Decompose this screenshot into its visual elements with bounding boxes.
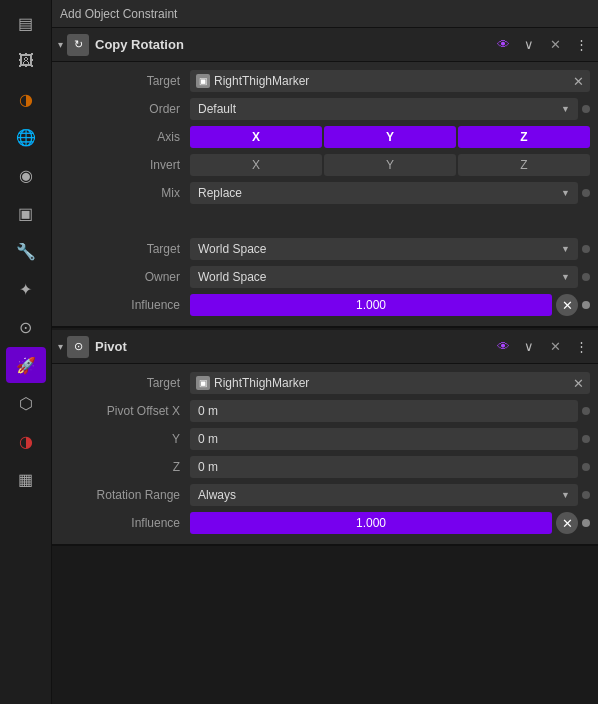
copy-rotation-visibility[interactable]: 👁: [492, 34, 514, 56]
copy-rotation-mix-dot: [582, 189, 590, 197]
copy-rotation-target-space-text: World Space: [198, 242, 266, 256]
copy-rotation-influence-reset[interactable]: ✕: [556, 294, 578, 316]
sidebar-item-object[interactable]: ▣: [6, 195, 46, 231]
sidebar-item-particles[interactable]: ✦: [6, 271, 46, 307]
pivot-visibility[interactable]: 👁: [492, 336, 514, 358]
copy-rotation-target-space-dropdown[interactable]: World Space ▼: [190, 238, 578, 260]
copy-rotation-influence-bar[interactable]: 1.000: [190, 294, 552, 316]
pivot-target-clear[interactable]: ✕: [573, 376, 584, 391]
sidebar: ▤ 🖼 ◑ 🌐 ◉ ▣ 🔧 ✦ ⊙ 🚀 ⬡ ◑ ▦: [0, 0, 52, 704]
copy-rotation-invert-y[interactable]: Y: [324, 154, 456, 176]
copy-rotation-influence-text: 1.000: [356, 298, 386, 312]
pivot-icon-glyph: ⊙: [74, 340, 83, 353]
copy-rotation-axis-x[interactable]: X: [190, 126, 322, 148]
pivot-offset-x-row: Pivot Offset X 0 m: [60, 398, 590, 424]
copy-rotation-order-arrow: ▼: [561, 104, 570, 114]
pivot-offset-y-label: Y: [60, 432, 190, 446]
copy-rotation-collapse[interactable]: ▾: [58, 39, 63, 50]
pivot-rotation-range-dropdown[interactable]: Always ▼: [190, 484, 578, 506]
copy-rotation-mix-row: Mix Replace ▼: [60, 180, 590, 206]
copy-rotation-target-name: RightThighMarker: [214, 74, 569, 88]
sidebar-item-material[interactable]: ◑: [6, 423, 46, 459]
pivot-offset-y-field[interactable]: 0 m: [190, 428, 578, 450]
copy-rotation-axis-z[interactable]: Z: [458, 126, 590, 148]
copy-rotation-owner-dot: [582, 273, 590, 281]
copy-rotation-icon-glyph: ↻: [74, 38, 83, 51]
copy-rotation-menu[interactable]: ⋮: [570, 34, 592, 56]
copy-rotation-influence-dot: [582, 301, 590, 309]
pivot-icon: ⊙: [67, 336, 89, 358]
sidebar-item-output[interactable]: 🖼: [6, 43, 46, 79]
pivot-offset-z-text: 0 m: [198, 460, 218, 474]
copy-rotation-target-space-label: Target: [60, 242, 190, 256]
copy-rotation-icon: ↻: [67, 34, 89, 56]
sidebar-item-scene[interactable]: 🌐: [6, 119, 46, 155]
pivot-offset-x-field[interactable]: 0 m: [190, 400, 578, 422]
pivot-target-name: RightThighMarker: [214, 376, 569, 390]
copy-rotation-axis-row: Axis X Y Z: [60, 124, 590, 150]
copy-rotation-order-dropdown[interactable]: Default ▼: [190, 98, 578, 120]
pivot-influence-bar[interactable]: 1.000: [190, 512, 552, 534]
copy-rotation-influence-row: Influence 1.000 ✕: [60, 292, 590, 318]
copy-rotation-actions: 👁 ∨ ✕ ⋮: [492, 34, 592, 56]
pivot-offset-y-row: Y 0 m: [60, 426, 590, 452]
pivot-offset-z-value: 0 m: [190, 456, 590, 478]
pivot-header: ▾ ⊙ Pivot 👁 ∨ ✕ ⋮: [52, 330, 598, 364]
copy-rotation-target-value: ▣ RightThighMarker ✕: [190, 70, 590, 92]
copy-rotation-target-clear[interactable]: ✕: [573, 74, 584, 89]
pivot-offset-z-dot: [582, 463, 590, 471]
top-bar: Add Object Constraint: [52, 0, 598, 28]
sidebar-item-physics[interactable]: ⊙: [6, 309, 46, 345]
copy-rotation-invert-z[interactable]: Z: [458, 154, 590, 176]
main-panel: Add Object Constraint ▾ ↻ Copy Rotation …: [52, 0, 598, 704]
pivot-close[interactable]: ✕: [544, 336, 566, 358]
copy-rotation-close[interactable]: ✕: [544, 34, 566, 56]
copy-rotation-props: Target ▣ RightThighMarker ✕ Order Defaul…: [52, 62, 598, 326]
sidebar-item-world[interactable]: ◉: [6, 157, 46, 193]
sidebar-item-viewlayer[interactable]: ◑: [6, 81, 46, 117]
pivot-expand[interactable]: ∨: [518, 336, 540, 358]
copy-rotation-mix-text: Replace: [198, 186, 242, 200]
pivot-collapse[interactable]: ▾: [58, 341, 63, 352]
pivot-menu[interactable]: ⋮: [570, 336, 592, 358]
pivot-target-icon: ▣: [196, 376, 210, 390]
pivot-rotation-range-text: Always: [198, 488, 236, 502]
pivot-offset-x-value: 0 m: [190, 400, 590, 422]
copy-rotation-influence-label: Influence: [60, 298, 190, 312]
copy-rotation-target-field[interactable]: ▣ RightThighMarker ✕: [190, 70, 590, 92]
pivot-props: Target ▣ RightThighMarker ✕ Pivot Offset…: [52, 364, 598, 544]
copy-rotation-axis-y[interactable]: Y: [324, 126, 456, 148]
copy-rotation-header: ▾ ↻ Copy Rotation 👁 ∨ ✕ ⋮: [52, 28, 598, 62]
copy-rotation-owner-label: Owner: [60, 270, 190, 284]
copy-rotation-mix-dropdown[interactable]: Replace ▼: [190, 182, 578, 204]
copy-rotation-target-space-value: World Space ▼: [190, 238, 590, 260]
copy-rotation-order-text: Default: [198, 102, 236, 116]
copy-rotation-owner-value: World Space ▼: [190, 266, 590, 288]
pivot-target-row: Target ▣ RightThighMarker ✕: [60, 370, 590, 396]
copy-rotation-order-dot: [582, 105, 590, 113]
copy-rotation-owner-dropdown[interactable]: World Space ▼: [190, 266, 578, 288]
pivot-offset-x-text: 0 m: [198, 404, 218, 418]
copy-rotation-order-label: Order: [60, 102, 190, 116]
copy-rotation-target-space-row: Target World Space ▼: [60, 236, 590, 262]
pivot-influence-dot: [582, 519, 590, 527]
sidebar-item-data[interactable]: ⬡: [6, 385, 46, 421]
pivot-influence-reset[interactable]: ✕: [556, 512, 578, 534]
sidebar-item-render[interactable]: ▤: [6, 5, 46, 41]
copy-rotation-invert-x[interactable]: X: [190, 154, 322, 176]
pivot-target-field[interactable]: ▣ RightThighMarker ✕: [190, 372, 590, 394]
copy-rotation-expand[interactable]: ∨: [518, 34, 540, 56]
pivot-offset-z-field[interactable]: 0 m: [190, 456, 578, 478]
pivot-rotation-range-arrow: ▼: [561, 490, 570, 500]
sidebar-item-constraint[interactable]: 🚀: [6, 347, 46, 383]
pivot-offset-y-dot: [582, 435, 590, 443]
copy-rotation-block: ▾ ↻ Copy Rotation 👁 ∨ ✕ ⋮ Target ▣ Right…: [52, 28, 598, 328]
sidebar-item-modifier[interactable]: 🔧: [6, 233, 46, 269]
copy-rotation-target-space-dot: [582, 245, 590, 253]
copy-rotation-title: Copy Rotation: [95, 37, 492, 52]
copy-rotation-influence-value: 1.000 ✕: [190, 294, 590, 316]
pivot-target-value: ▣ RightThighMarker ✕: [190, 372, 590, 394]
pivot-rotation-range-value: Always ▼: [190, 484, 590, 506]
sidebar-item-texture[interactable]: ▦: [6, 461, 46, 497]
copy-rotation-mix-arrow: ▼: [561, 188, 570, 198]
